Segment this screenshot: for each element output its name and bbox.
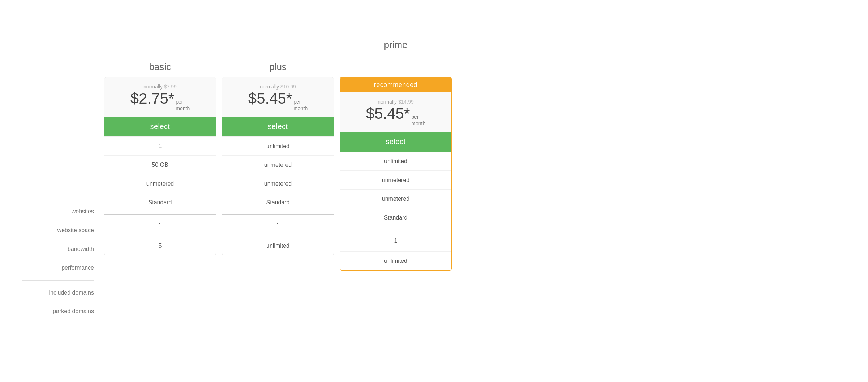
plan-basic-parked_domains: 5	[104, 236, 216, 255]
feature-label-included_domains: included domains	[22, 280, 94, 302]
plan-prime-website_space: unmetered	[340, 170, 451, 189]
plan-pricing-basic: normally $7.99$2.75*permonth	[104, 77, 216, 117]
plan-basic-website_space: 50 GB	[104, 155, 216, 174]
plan-card-basic: normally $7.99$2.75*permonthselect150 GB…	[104, 77, 216, 255]
plan-normally-plus: normally $10.99	[229, 84, 326, 90]
plan-basic-included_domains: 1	[104, 214, 216, 236]
plan-prime: primeprimerecommendednormally $14.99$5.4…	[340, 36, 452, 271]
plan-plus-bandwidth: unmetered	[222, 174, 334, 193]
plan-per-month-plus: permonth	[293, 99, 308, 112]
feature-labels-column: websiteswebsite spacebandwidthperformanc…	[22, 36, 101, 321]
plan-plus-included_domains: 1	[222, 214, 334, 236]
plan-price-plus: $5.45*	[248, 91, 292, 106]
plan-price-row-basic: $2.75*permonth	[112, 91, 209, 112]
plan-basic-bandwidth: unmetered	[104, 174, 216, 193]
plan-select-button-plus[interactable]: select	[222, 117, 334, 136]
plan-features-plus: unlimitedunmeteredunmeteredStandard1unli…	[222, 136, 334, 255]
plan-prime-performance: Standard	[340, 208, 451, 227]
plan-name-above-prime: prime	[384, 39, 407, 51]
plan-select-button-basic[interactable]: select	[104, 117, 216, 136]
feature-label-websites: websites	[22, 202, 94, 221]
plan-features-prime: unlimitedunmeteredunmeteredStandard1unli…	[340, 152, 451, 270]
plan-card-prime: recommendednormally $14.99$5.45*permonth…	[340, 77, 452, 271]
plan-name-basic: basic	[104, 58, 216, 73]
plan-plus-websites: unlimited	[222, 136, 334, 155]
feature-label-parked_domains: parked domains	[22, 302, 94, 321]
plan-name-plus: plus	[222, 58, 334, 73]
plans-container: basicnormally $7.99$2.75*permonthselect1…	[101, 36, 455, 271]
plan-normally-basic: normally $7.99	[112, 84, 209, 90]
plan-plus: plusnormally $10.99$5.45*permonthselectu…	[222, 36, 334, 255]
feature-label-website_space: website space	[22, 221, 94, 240]
plan-features-basic: 150 GBunmeteredStandard15	[104, 136, 216, 255]
plan-price-basic: $2.75*	[130, 91, 174, 106]
plan-pricing-prime: normally $14.99$5.45*permonth	[340, 92, 451, 132]
plan-card-plus: normally $10.99$5.45*permonthselectunlim…	[222, 77, 334, 255]
recommended-banner: recommended	[340, 78, 451, 92]
plan-plus-performance: Standard	[222, 193, 334, 212]
plan-price-row-plus: $5.45*permonth	[229, 91, 326, 112]
plan-basic-websites: 1	[104, 136, 216, 155]
plan-prime-bandwidth: unmetered	[340, 189, 451, 208]
plan-normally-prime: normally $14.99	[348, 99, 444, 105]
feature-label-bandwidth: bandwidth	[22, 240, 94, 259]
plan-prime-parked_domains: unlimited	[340, 251, 451, 270]
plan-plus-website_space: unmetered	[222, 155, 334, 174]
plan-basic: basicnormally $7.99$2.75*permonthselect1…	[104, 36, 216, 255]
plan-plus-parked_domains: unlimited	[222, 236, 334, 255]
plan-per-month-basic: permonth	[176, 99, 190, 112]
pricing-wrapper: websiteswebsite spacebandwidthperformanc…	[22, 36, 846, 321]
plan-price-row-prime: $5.45*permonth	[348, 106, 444, 127]
plan-prime-included_domains: 1	[340, 230, 451, 251]
plan-price-prime: $5.45*	[366, 106, 410, 121]
plan-per-month-prime: permonth	[411, 114, 425, 127]
plan-pricing-plus: normally $10.99$5.45*permonth	[222, 77, 334, 117]
feature-label-performance: performance	[22, 259, 94, 277]
plan-select-button-prime[interactable]: select	[340, 132, 451, 152]
plan-prime-websites: unlimited	[340, 152, 451, 170]
plan-basic-performance: Standard	[104, 193, 216, 212]
